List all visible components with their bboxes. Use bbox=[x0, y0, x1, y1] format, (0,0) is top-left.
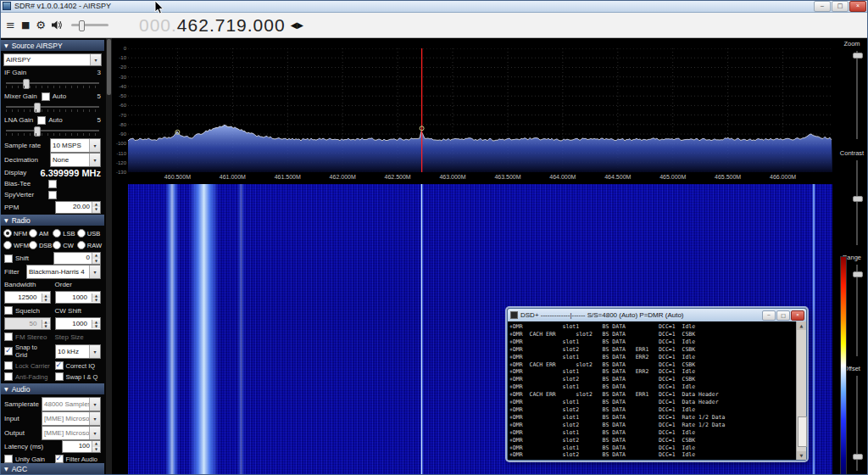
chevron-down-icon: ▾ bbox=[90, 54, 101, 65]
sample-rate-select[interactable]: 10 MSPS▾ bbox=[50, 138, 101, 153]
stop-button[interactable]: ■ bbox=[21, 17, 30, 34]
audio-input-select[interactable]: [MME] Microsoft Soun▾ bbox=[42, 411, 101, 426]
slider-thumb[interactable] bbox=[853, 271, 863, 277]
slider-thumb[interactable] bbox=[23, 79, 30, 89]
agc-section-header[interactable]: ▼AGC bbox=[1, 463, 104, 474]
dsd-line: +DMR slot1 BS DATA DCC=1 Idle bbox=[509, 383, 796, 391]
mode-cw[interactable]: CW bbox=[53, 241, 76, 249]
freq-tick-label: 465.500M bbox=[715, 174, 741, 180]
filter-select[interactable]: Blackman-Harris 4▾ bbox=[26, 265, 101, 279]
slider-thumb[interactable] bbox=[34, 103, 41, 113]
left-panel: ▼Source AIRSPY AIRSPY▾ IF Gain3 Mixer Ga… bbox=[0, 37, 112, 475]
minimize-button[interactable]: – bbox=[814, 1, 831, 12]
range-slider[interactable] bbox=[853, 265, 861, 356]
dsd-maximize-button[interactable]: □ bbox=[776, 310, 790, 321]
decimation-select[interactable]: None▾ bbox=[50, 153, 101, 167]
anti-fading-checkbox[interactable] bbox=[4, 372, 13, 381]
scrollbar-thumb[interactable] bbox=[107, 39, 111, 95]
mode-nfm[interactable]: NFM bbox=[3, 229, 29, 238]
shift-checkbox[interactable]: Shift bbox=[4, 254, 29, 263]
spectrum-plot[interactable] bbox=[128, 48, 832, 172]
db-tick-label: -50 bbox=[113, 93, 126, 98]
mode-usb[interactable]: USB bbox=[77, 229, 102, 238]
chevron-down-icon: ▾ bbox=[89, 139, 100, 152]
slider-thumb[interactable] bbox=[853, 454, 863, 460]
spyverter-checkbox[interactable] bbox=[48, 191, 57, 199]
scrollbar-thumb[interactable] bbox=[798, 416, 807, 447]
order-spinner[interactable]: 1000▲▼ bbox=[55, 291, 102, 304]
lna-auto-checkbox[interactable]: Auto bbox=[37, 116, 62, 125]
mode-dsb[interactable]: DSB bbox=[29, 241, 53, 249]
filter-audio-checkbox[interactable] bbox=[55, 455, 64, 463]
spectrum-panel[interactable]: 0-10-20-30-40-50-60-70-80-90-100-110-120… bbox=[113, 38, 836, 184]
lock-carrier-checkbox[interactable] bbox=[4, 361, 13, 370]
slider-thumb[interactable] bbox=[853, 196, 863, 202]
squelch-checkbox[interactable] bbox=[4, 306, 13, 315]
cw-shift-spinner[interactable]: 1000▲▼ bbox=[55, 317, 102, 330]
chevron-down-icon: ▾ bbox=[89, 345, 100, 358]
mode-raw[interactable]: RAW bbox=[77, 241, 102, 249]
scroll-down-icon[interactable]: ▼ bbox=[797, 451, 806, 460]
radio-section-header[interactable]: ▼Radio bbox=[1, 215, 104, 226]
right-controls: Zoom Contrast Range Offset bbox=[836, 37, 868, 475]
dsd-title-bar[interactable]: DSD+ -------------|------ S/S=4800 (Auto… bbox=[508, 309, 806, 322]
volume-thumb[interactable] bbox=[79, 20, 85, 31]
mode-label: WFM bbox=[14, 242, 29, 249]
latency-spinner[interactable]: 100▲▼ bbox=[62, 440, 101, 453]
sample-rate-label: Sample rate bbox=[4, 142, 41, 149]
swap-iq-checkbox[interactable] bbox=[55, 372, 64, 381]
audio-section-header[interactable]: ▼Audio bbox=[1, 383, 104, 394]
slider-thumb[interactable] bbox=[853, 53, 863, 59]
maximize-button[interactable]: □ bbox=[832, 1, 849, 12]
waterfall-signal-band bbox=[420, 184, 423, 475]
checkbox[interactable] bbox=[37, 116, 46, 125]
mixer-gain-label: Mixer Gain bbox=[4, 92, 37, 100]
slider-thumb[interactable] bbox=[34, 126, 41, 137]
squelch-spinner[interactable]: 50▲▼ bbox=[4, 317, 51, 330]
dsd-window[interactable]: DSD+ -------------|------ S/S=4800 (Auto… bbox=[507, 308, 807, 461]
speaker-icon[interactable] bbox=[52, 17, 63, 34]
mixer-auto-checkbox[interactable]: Auto bbox=[42, 92, 66, 101]
frequency-step-arrows-icon[interactable]: ◀▶ bbox=[291, 20, 303, 30]
mode-am[interactable]: AM bbox=[29, 229, 53, 238]
offset-slider[interactable] bbox=[853, 376, 861, 471]
lna-gain-slider[interactable] bbox=[6, 126, 99, 136]
scroll-up-icon[interactable]: ▲ bbox=[797, 321, 806, 330]
snap-to-grid-checkbox[interactable] bbox=[4, 347, 13, 355]
db-tick-label: -10 bbox=[113, 55, 126, 60]
radio-icon bbox=[3, 241, 12, 249]
lna-gain-label: LNA Gain bbox=[4, 116, 33, 124]
fm-stereo-checkbox[interactable] bbox=[4, 332, 13, 341]
bandwidth-spinner[interactable]: 12500▲▼ bbox=[4, 291, 51, 304]
db-tick-label: -120 bbox=[113, 160, 126, 165]
source-section-header[interactable]: ▼Source AIRSPY bbox=[1, 40, 104, 51]
shift-spinner[interactable]: 0▲▼ bbox=[53, 252, 101, 265]
left-panel-scrollbar[interactable] bbox=[106, 37, 112, 475]
dsd-minimize-button[interactable]: – bbox=[762, 310, 776, 321]
source-device-select[interactable]: AIRSPY▾ bbox=[3, 53, 102, 66]
dsd-close-button[interactable]: × bbox=[791, 310, 804, 321]
dsd-scrollbar[interactable]: ▲ ▼ bbox=[796, 321, 806, 460]
audio-samplerate-select[interactable]: 48000 Samples/sec▾ bbox=[42, 397, 101, 411]
mixer-gain-slider[interactable] bbox=[6, 102, 99, 112]
dsd-line: +DMR slot2 BS DATA DCC=1 CSBK bbox=[509, 437, 796, 444]
bandwidth-label: Bandwidth bbox=[4, 281, 51, 288]
bias-tee-checkbox[interactable] bbox=[48, 180, 57, 188]
frequency-display[interactable]: 000.462.719.000 ◀▶ bbox=[139, 15, 303, 36]
volume-slider[interactable] bbox=[71, 24, 108, 26]
settings-gear-button[interactable]: ⚙ bbox=[36, 17, 46, 34]
close-button[interactable]: × bbox=[849, 1, 866, 12]
correct-iq-checkbox[interactable] bbox=[55, 361, 64, 370]
contrast-slider[interactable] bbox=[853, 160, 861, 245]
step-size-select[interactable]: 10 kHz▾ bbox=[55, 344, 101, 359]
mode-wfm[interactable]: WFM bbox=[3, 241, 29, 249]
unity-gain-checkbox[interactable] bbox=[4, 455, 13, 463]
mode-lsb[interactable]: LSB bbox=[53, 229, 76, 238]
audio-output-select[interactable]: [MME] Microsoft Soun▾ bbox=[42, 426, 101, 440]
ppm-spinner[interactable]: 20.00▲▼ bbox=[55, 201, 101, 214]
menu-button[interactable]: ≡ bbox=[6, 17, 15, 34]
zoom-slider[interactable] bbox=[853, 51, 861, 139]
if-gain-slider[interactable] bbox=[6, 78, 99, 88]
checkbox[interactable] bbox=[42, 92, 50, 101]
radio-icon bbox=[53, 241, 61, 249]
